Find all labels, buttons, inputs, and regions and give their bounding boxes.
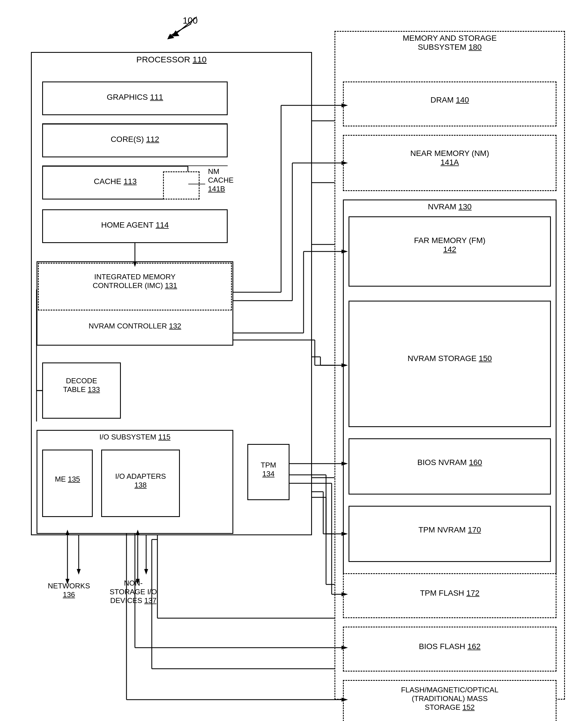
tpm-nvram-label: TPM NVRAM 170: [349, 526, 551, 534]
far-memory-label: FAR MEMORY (FM)142: [349, 236, 551, 254]
near-memory-label: NEAR MEMORY (NM)141A: [343, 149, 556, 167]
bios-flash-label: BIOS FLASH 162: [343, 642, 556, 651]
reference-number: 100: [183, 16, 197, 26]
tpm-flash-label: TPM FLASH 172: [343, 589, 556, 598]
nvram-controller-label: NVRAM CONTROLLER 132: [38, 322, 232, 331]
processor-title: PROCESSOR 110: [34, 55, 309, 64]
me-label: ME 135: [42, 475, 93, 484]
svg-marker-46: [171, 30, 179, 37]
graphics-label: GRAPHICS 111: [42, 93, 228, 102]
imc-label: INTEGRATED MEMORYCONTROLLER (IMC) 131: [38, 273, 232, 290]
io-subsystem-label: I/O SUBSYSTEM 115: [38, 433, 232, 441]
mass-storage-label: FLASH/MAGNETIC/OPTICAL(TRADITIONAL) MASS…: [343, 685, 556, 712]
nm-cache-inner-box: [163, 171, 200, 199]
nvram-outer-label: NVRAM 130: [343, 202, 556, 211]
nvram-storage-box: [349, 301, 551, 427]
decode-table-label: DECODETABLE 133: [42, 377, 121, 394]
svg-marker-1: [167, 34, 174, 39]
dram-label: DRAM 140: [343, 96, 556, 105]
nm-cache-label: NMCACHE141B: [208, 167, 234, 193]
networks-label: NETWORKS136: [48, 581, 90, 599]
tpm-label: TPM134: [247, 461, 290, 478]
svg-marker-38: [77, 569, 81, 575]
non-storage-label: NON-STORAGE I/ODEVICES 137: [110, 579, 157, 605]
diagram-container: 100 MEMORY AND STORAGESUBSYSTEM 180 PROC…: [0, 0, 588, 721]
cores-label: CORE(S) 112: [42, 135, 228, 144]
svg-marker-41: [144, 569, 148, 575]
io-adapters-label: I/O ADAPTERS138: [101, 472, 180, 489]
memory-storage-title: MEMORY AND STORAGESUBSYSTEM 180: [337, 34, 562, 52]
home-agent-label: HOME AGENT 114: [42, 220, 228, 230]
bios-nvram-label: BIOS NVRAM 160: [349, 458, 551, 467]
nvram-storage-label: NVRAM STORAGE 150: [349, 354, 551, 363]
